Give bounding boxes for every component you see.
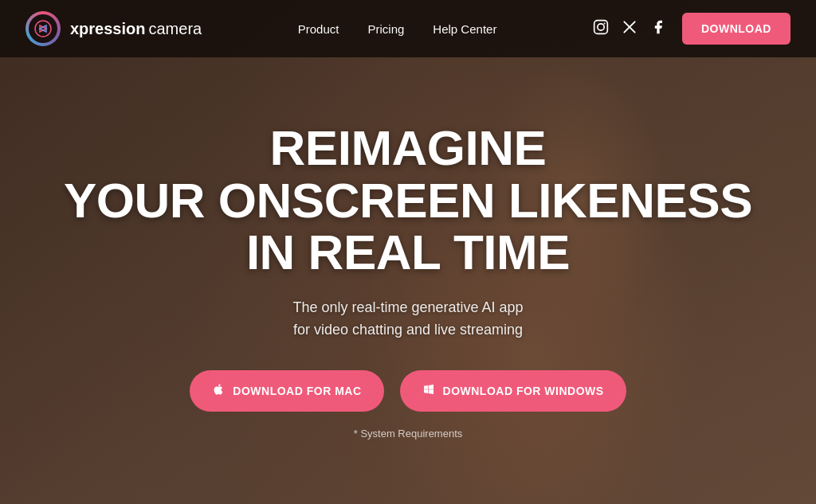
- svg-point-2: [598, 23, 604, 29]
- logo-area: xpression camera: [26, 11, 202, 46]
- nav-download-button[interactable]: DOWNLOAD: [682, 13, 790, 45]
- logo-xpression: xpression: [70, 20, 145, 38]
- svg-point-0: [35, 21, 51, 37]
- navbar: xpression camera Product Pricing Help Ce…: [0, 0, 816, 57]
- logo-symbol: [29, 14, 57, 43]
- nav-product[interactable]: Product: [298, 22, 339, 36]
- hero-buttons: DOWNLOAD FOR MAC DOWNLOAD FOR WINDOWS: [190, 370, 626, 412]
- system-requirements-link[interactable]: * System Requirements: [354, 428, 463, 440]
- nav-pricing[interactable]: Pricing: [367, 22, 404, 36]
- svg-rect-1: [594, 20, 608, 33]
- hero-subtitle: The only real-time generative AI app for…: [292, 297, 523, 342]
- main-nav: Product Pricing Help Center: [298, 22, 497, 36]
- svg-point-3: [604, 22, 606, 24]
- logo-camera: camera: [148, 20, 202, 38]
- hero-title: REIMAGINE YOUR ONSCREEN LIKENESS IN REAL…: [64, 122, 752, 277]
- nav-help-center[interactable]: Help Center: [433, 22, 496, 36]
- windows-icon: [422, 383, 435, 399]
- navbar-right: DOWNLOAD: [593, 13, 790, 45]
- facebook-icon[interactable]: [650, 19, 666, 39]
- logo-icon: [26, 11, 61, 46]
- logo-text: xpression camera: [70, 20, 202, 38]
- twitter-icon[interactable]: [622, 19, 638, 39]
- download-windows-button[interactable]: DOWNLOAD FOR WINDOWS: [400, 370, 626, 412]
- hero-section: REIMAGINE YOUR ONSCREEN LIKENESS IN REAL…: [0, 57, 816, 504]
- social-icons: [593, 19, 666, 39]
- download-mac-button[interactable]: DOWNLOAD FOR MAC: [190, 370, 383, 412]
- instagram-icon[interactable]: [593, 19, 609, 39]
- apple-icon: [212, 383, 225, 399]
